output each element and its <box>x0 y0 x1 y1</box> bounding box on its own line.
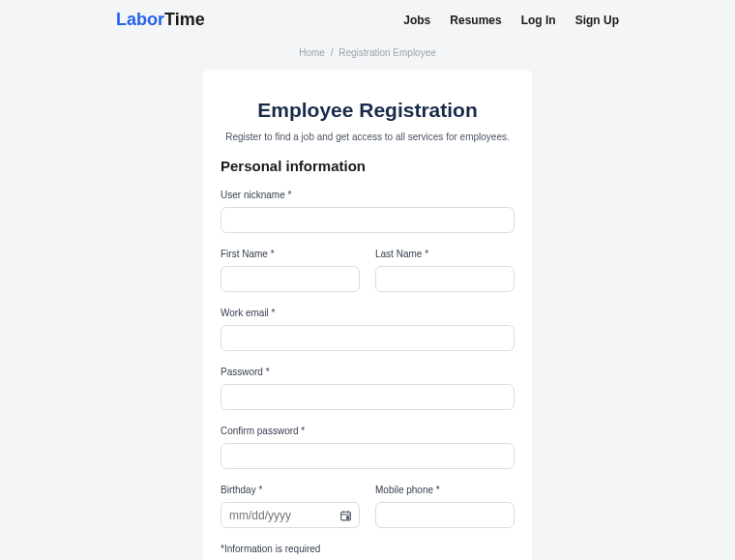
confirm-password-input[interactable] <box>220 443 514 469</box>
nickname-label: User nickname * <box>220 190 514 200</box>
page-subtitle: Register to find a job and get access to… <box>220 132 514 142</box>
logo-labor: Labor <box>116 10 164 29</box>
last-name-label: Last Name * <box>375 249 514 259</box>
registration-card: Employee Registration Register to find a… <box>203 70 532 560</box>
date-wrapper <box>220 502 360 528</box>
required-hint: *Information is required <box>220 544 514 554</box>
birthday-label: Birthday * <box>220 485 360 495</box>
main-nav: Jobs Resumes Log In Sign Up <box>403 14 619 27</box>
password-label: Password * <box>220 367 514 377</box>
breadcrumb-sep: / <box>331 47 334 58</box>
nav-jobs[interactable]: Jobs <box>403 14 430 27</box>
section-title: Personal information <box>220 158 514 174</box>
email-label: Work email * <box>220 308 514 318</box>
phone-label: Mobile phone * <box>375 485 514 495</box>
nickname-group: User nickname * <box>220 190 514 233</box>
breadcrumb-home[interactable]: Home <box>299 47 325 58</box>
email-group: Work email * <box>220 308 514 351</box>
confirm-password-label: Confirm password * <box>220 426 514 436</box>
breadcrumb-current: Registration Employee <box>338 47 436 58</box>
last-name-input[interactable] <box>375 266 514 292</box>
breadcrumb: Home / Registration Employee <box>0 40 735 70</box>
password-input[interactable] <box>220 384 514 410</box>
nickname-input[interactable] <box>220 207 514 233</box>
nav-login[interactable]: Log In <box>521 14 556 27</box>
last-name-group: Last Name * <box>375 249 514 292</box>
phone-input[interactable] <box>375 502 514 528</box>
first-name-label: First Name * <box>220 249 360 259</box>
logo-time: Time <box>164 10 205 29</box>
page-title: Employee Registration <box>220 99 514 122</box>
site-header: LaborTime Jobs Resumes Log In Sign Up <box>0 0 735 40</box>
logo[interactable]: LaborTime <box>116 10 205 30</box>
birthday-group: Birthday * <box>220 485 360 528</box>
phone-group: Mobile phone * <box>375 485 514 528</box>
password-group: Password * <box>220 367 514 410</box>
confirm-password-group: Confirm password * <box>220 426 514 469</box>
first-name-input[interactable] <box>220 266 360 292</box>
nav-signup[interactable]: Sign Up <box>575 14 619 27</box>
birthday-input[interactable] <box>220 502 360 528</box>
email-input[interactable] <box>220 325 514 351</box>
first-name-group: First Name * <box>220 249 360 292</box>
nav-resumes[interactable]: Resumes <box>450 14 501 27</box>
